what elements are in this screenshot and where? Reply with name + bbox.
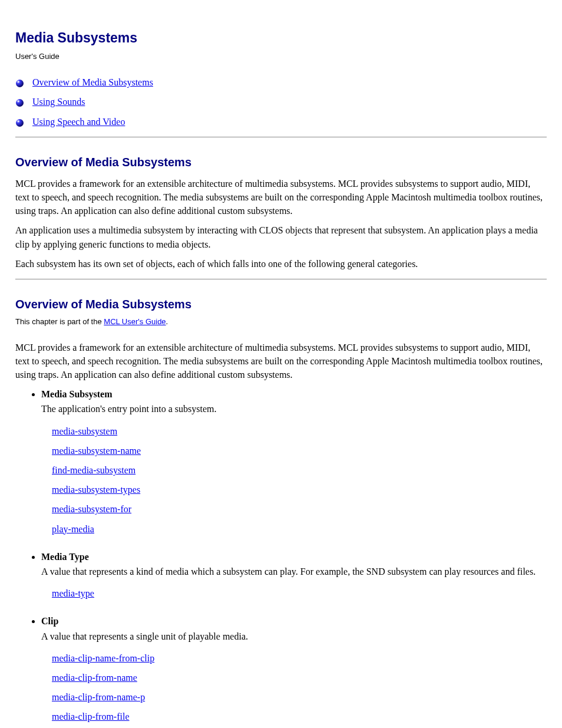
bullet-ball-icon <box>15 97 24 106</box>
group-desc: A value that represents a single unit of… <box>41 630 547 643</box>
guide-link[interactable]: MCL User's Guide <box>104 317 166 326</box>
ref-link[interactable]: media-clip-from-file <box>52 710 547 723</box>
detail-p1: MCL provides a framework for an extensib… <box>15 341 547 382</box>
detail-heading: Overview of Media Subsystems <box>15 296 547 313</box>
guide-prefix: This chapter is part of the <box>15 317 104 326</box>
ref-link[interactable]: media-subsystem-types <box>52 483 547 496</box>
ref-link[interactable]: media-clip-from-name <box>52 671 547 684</box>
guide-link-line: This chapter is part of the MCL User's G… <box>15 317 547 328</box>
divider <box>15 137 547 137</box>
ref-link[interactable]: find-media-subsystem <box>52 463 547 477</box>
toc-link-sounds[interactable]: Using Sounds <box>32 95 85 108</box>
ref-link[interactable]: media-clip-from-name-p <box>52 690 547 704</box>
overview-heading: Overview of Media Subsystems <box>15 154 547 171</box>
svg-point-5 <box>18 120 19 122</box>
svg-point-1 <box>18 81 19 83</box>
group-title: Clip <box>41 614 547 628</box>
svg-point-2 <box>16 99 24 107</box>
list-item: Media Subsystem The application's entry … <box>41 387 547 536</box>
guide-suffix: . <box>166 317 168 326</box>
toc-link-overview[interactable]: Overview of Media Subsystems <box>32 75 153 89</box>
list-item: Media Type A value that represents a kin… <box>41 550 547 601</box>
category-list: Media Subsystem The application's entry … <box>15 387 547 728</box>
ref-link[interactable]: media-subsystem-for <box>52 502 547 516</box>
group-desc: A value that represents a kind of media … <box>41 565 547 578</box>
svg-point-4 <box>16 119 24 127</box>
ref-link[interactable]: media-type <box>52 587 547 600</box>
bullet-ball-icon <box>15 117 24 126</box>
overview-p3: Each subsystem has its own set of object… <box>15 257 547 271</box>
group-title: Media Type <box>41 550 547 564</box>
group-desc: The application's entry point into a sub… <box>41 402 547 416</box>
ref-link[interactable]: media-subsystem-name <box>52 444 547 457</box>
ref-link[interactable]: media-subsystem <box>52 424 547 438</box>
bullet-ball-icon <box>15 78 24 87</box>
divider <box>15 279 547 279</box>
svg-point-3 <box>18 101 19 103</box>
overview-p2: An application uses a multimedia subsyst… <box>15 223 547 251</box>
list-item: Clip A value that represents a single un… <box>41 614 547 728</box>
guide-label: User's Guide <box>15 51 547 62</box>
group-title: Media Subsystem <box>41 387 547 401</box>
page-title: Media Subsystems <box>15 28 547 48</box>
ref-link[interactable]: media-clip-name-from-clip <box>52 651 547 665</box>
ref-link[interactable]: play-media <box>52 522 547 536</box>
toc-link-speech-video[interactable]: Using Speech and Video <box>32 115 125 129</box>
toc-list: Overview of Media Subsystems Using Sound… <box>15 75 547 129</box>
overview-p1: MCL provides a framework for an extensib… <box>15 177 547 218</box>
svg-point-0 <box>16 80 24 87</box>
